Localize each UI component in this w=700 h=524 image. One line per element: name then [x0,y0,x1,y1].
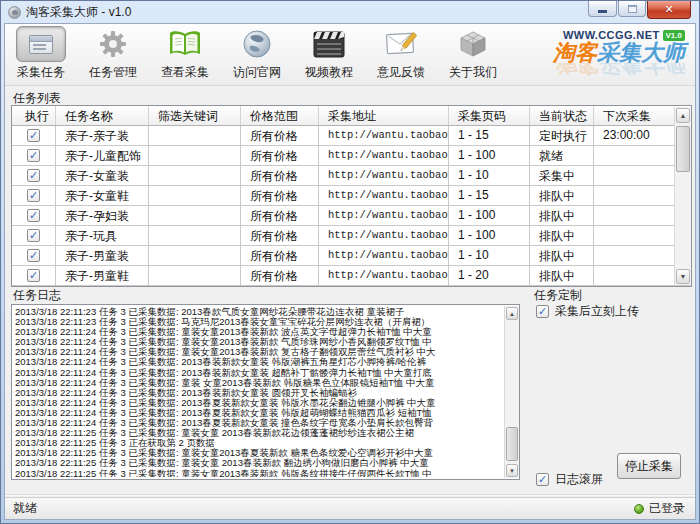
table-row[interactable]: ✓ 亲子-玩具 所有价格 http://wantu.taobao... 1 - … [12,226,691,246]
close-icon: ✕ [664,4,673,15]
cell-pages: 1 - 15 [449,186,530,205]
table-row[interactable]: ✓ 亲子-男童装 所有价格 http://wantu.taobao... 1 -… [12,246,691,266]
toolbar-button-visit-website[interactable]: 访问官网 [221,26,293,84]
table-row[interactable]: ✓ 亲子-儿童配饰 所有价格 http://wantu.taobao... 1 … [12,146,691,166]
table-row[interactable]: ✓ 亲子-男童鞋 所有价格 http://wantu.taobao... 1 -… [12,266,691,286]
row-checkbox[interactable]: ✓ [27,229,40,242]
row-checkbox[interactable]: ✓ [27,149,40,162]
toolbar-button-about[interactable]: 关于我们 [437,26,509,84]
check-icon: ✓ [29,250,38,261]
version-badge: V1.0 [663,30,685,41]
table-row[interactable]: ✓ 亲子-女童装 所有价格 http://wantu.taobao... 1 -… [12,166,691,186]
scroll-down-icon[interactable]: ▼ [676,269,690,284]
log-scroll-label: 日志滚屏 [555,471,603,488]
upload-after-collect-checkbox-row: ✓ 采集后立刻上传 [536,303,639,320]
cell-task-name: 亲子-亲子装 [56,126,149,145]
scroll-up-icon[interactable]: ▲ [676,108,690,123]
scroll-thumb[interactable] [676,126,690,172]
toolbar-button-feedback[interactable]: 意见反馈 [365,26,437,84]
col-status[interactable]: 当前状态 [530,106,594,125]
minimize-button[interactable] [588,1,617,17]
log-line: 2013/3/18 22:11:25 任务 3 已采集数据: 童装女童2013春… [15,469,502,478]
cell-keyword [149,126,241,145]
upload-after-collect-checkbox[interactable]: ✓ [536,305,549,318]
col-pages[interactable]: 采集页码 [449,106,530,125]
task-table: 执行 任务名称 筛选关键词 价格范围 采集地址 采集页码 当前状态 下次采集 ✓… [11,105,692,287]
col-keyword[interactable]: 筛选关键词 [149,106,241,125]
brand-logo: WWW.CCGG.NET V1.0 淘客采集大师 淘客采集大师 [553,29,685,76]
row-checkbox[interactable]: ✓ [27,189,40,202]
clapperboard-icon [304,26,354,62]
cell-price: 所有价格 [241,246,319,265]
toolbar-button-video-tutorial[interactable]: 视频教程 [293,26,365,84]
log-scroll-checkbox[interactable]: ✓ [536,473,549,486]
toolbar-button-view-collection[interactable]: 查看采集 [149,26,221,84]
col-url[interactable]: 采集地址 [319,106,449,125]
cell-task-name: 亲子-男童装 [56,246,149,265]
cell-status: 就绪 [530,146,594,165]
cell-url: http://wantu.taobao... [319,226,449,245]
col-name[interactable]: 任务名称 [56,106,149,125]
cell-task-name: 亲子-儿童配饰 [56,146,149,165]
brand-title: 淘客采集大师 [553,41,685,65]
cell-pages: 1 - 100 [449,226,530,245]
check-icon: ✓ [538,474,547,485]
table-row[interactable]: ✓ 亲子-亲子装 所有价格 http://wantu.taobao... 1 -… [12,126,691,146]
check-icon: ✓ [29,170,38,181]
row-checkbox[interactable]: ✓ [27,249,40,262]
cell-status: 排队中 [530,226,594,245]
row-checkbox[interactable]: ✓ [27,269,40,282]
cell-pages: 1 - 100 [449,146,530,165]
close-button[interactable]: ✕ [647,1,691,19]
toolbar: 采集任务 任务管理 [5,24,695,86]
row-checkbox[interactable]: ✓ [27,129,40,142]
table-row[interactable]: ✓ 亲子-女童鞋 所有价格 http://wantu.taobao... 1 -… [12,186,691,206]
stop-collect-button[interactable]: 停止采集 [617,453,681,479]
cell-url: http://wantu.taobao... [319,186,449,205]
cell-status: 排队中 [530,186,594,205]
upload-after-collect-label: 采集后立刻上传 [555,303,639,320]
toolbar-button-task-manage[interactable]: 任务管理 [77,26,149,84]
collect-task-icon [16,26,66,62]
cell-pages: 1 - 100 [449,206,530,225]
cell-status: 排队中 [530,246,594,265]
log-scrollbar[interactable]: ▲ ▼ [504,306,519,478]
row-checkbox[interactable]: ✓ [27,169,40,182]
cell-status: 定时执行 [530,126,594,145]
cell-keyword [149,266,241,285]
cell-url: http://wantu.taobao... [319,126,449,145]
scroll-down-icon[interactable]: ▼ [506,464,518,477]
toolbar-label: 任务管理 [89,64,137,81]
col-price[interactable]: 价格范围 [241,106,319,125]
maximize-button[interactable] [618,1,646,17]
gear-icon [88,26,138,62]
cell-keyword [149,186,241,205]
table-row[interactable]: ✓ 亲子-孕妇装 所有价格 http://wantu.taobao... 1 -… [12,206,691,226]
log-scroll-checkbox-row: ✓ 日志滚屏 [536,471,603,488]
row-checkbox[interactable]: ✓ [27,209,40,222]
cell-price: 所有价格 [241,166,319,185]
col-exec[interactable]: 执行 [12,106,56,125]
scroll-up-icon[interactable]: ▲ [506,307,518,320]
toolbar-label: 视频教程 [305,64,353,81]
cell-pages: 1 - 20 [449,266,530,285]
brand-reflection: 淘客采集大师 [553,63,685,76]
check-icon: ✓ [29,190,38,201]
toolbar-label: 访问官网 [233,64,281,81]
cube-icon [448,26,498,62]
cell-url: http://wantu.taobao... [319,146,449,165]
globe-icon [232,26,282,62]
minimize-icon [598,10,607,13]
scroll-thumb[interactable] [506,427,518,461]
toolbar-label: 采集任务 [17,64,65,81]
status-ready-text: 就绪 [5,500,634,517]
cell-task-name: 亲子-玩具 [56,226,149,245]
table-scrollbar[interactable]: ▲ ▼ [674,107,691,285]
cell-keyword [149,146,241,165]
cell-task-name: 亲子-女童鞋 [56,186,149,205]
app-window: 淘客采集大师 - v1.0 ✕ 采集任务 [0,0,700,524]
toolbar-button-collect-tasks[interactable]: 采集任务 [5,26,77,84]
cell-price: 所有价格 [241,186,319,205]
app-globe-icon [8,6,21,19]
cell-price: 所有价格 [241,126,319,145]
